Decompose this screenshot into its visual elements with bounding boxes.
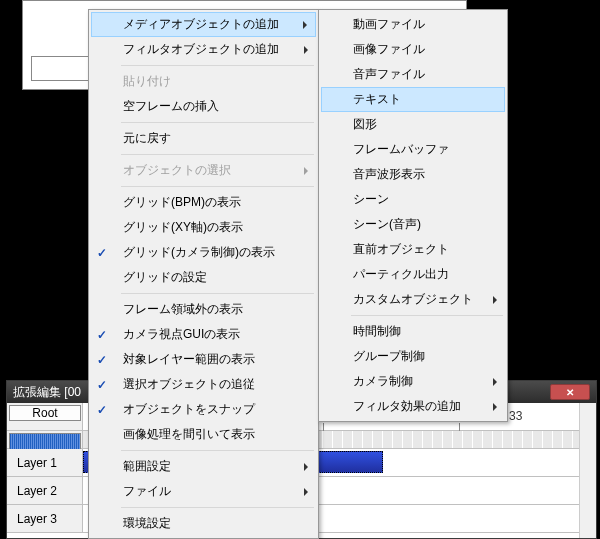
sub-menu-item[interactable]: フレームバッファ xyxy=(321,137,505,162)
sub-menu-item-label: 時間制御 xyxy=(353,323,401,340)
main-menu-item[interactable]: 画像処理を間引いて表示 xyxy=(91,422,316,447)
main-menu-item-label: フィルタオブジェクトの追加 xyxy=(123,41,279,58)
context-menu-main: メディアオブジェクトの追加フィルタオブジェクトの追加貼り付け空フレームの挿入元に… xyxy=(88,9,319,539)
main-menu-item-label: 選択オブジェクトの追従 xyxy=(123,376,255,393)
main-menu-item[interactable]: グリッド(XY軸)の表示 xyxy=(91,215,316,240)
sub-menu-item[interactable]: 時間制御 xyxy=(321,319,505,344)
main-menu-item-label: メディアオブジェクトの追加 xyxy=(123,16,279,33)
menu-separator xyxy=(351,315,503,316)
check-icon: ✓ xyxy=(97,328,111,342)
main-menu-item[interactable]: グリッド(カメラ制御)の表示✓ xyxy=(91,240,316,265)
main-menu-item[interactable]: ファイル xyxy=(91,479,316,504)
main-menu-item-label: 空フレームの挿入 xyxy=(123,98,219,115)
submenu-arrow-icon xyxy=(303,21,307,29)
main-menu-item[interactable]: グリッド(BPM)の表示 xyxy=(91,190,316,215)
submenu-arrow-icon xyxy=(304,488,308,496)
close-icon[interactable]: ✕ xyxy=(550,384,590,400)
main-menu-item-label: グリッドの設定 xyxy=(123,269,207,286)
check-icon: ✓ xyxy=(97,246,111,260)
main-menu-item[interactable]: フィルタオブジェクトの追加 xyxy=(91,37,316,62)
sub-menu-item-label: グループ制御 xyxy=(353,348,425,365)
sub-menu-item[interactable]: 動画ファイル xyxy=(321,12,505,37)
main-menu-item[interactable]: オブジェクトをスナップ✓ xyxy=(91,397,316,422)
main-menu-item[interactable]: メディアオブジェクトの追加 xyxy=(91,12,316,37)
submenu-arrow-icon xyxy=(304,46,308,54)
sub-menu-item-label: 音声波形表示 xyxy=(353,166,425,183)
sub-menu-item-label: シーン(音声) xyxy=(353,216,421,233)
sub-menu-item-label: シーン xyxy=(353,191,389,208)
menu-separator xyxy=(121,65,314,66)
main-menu-item[interactable]: 対象レイヤー範囲の表示✓ xyxy=(91,347,316,372)
main-menu-item-label: カメラ視点GUIの表示 xyxy=(123,326,240,343)
sub-menu-item-label: 画像ファイル xyxy=(353,41,425,58)
sub-menu-item[interactable]: カスタムオブジェクト xyxy=(321,287,505,312)
sub-menu-item-label: カスタムオブジェクト xyxy=(353,291,473,308)
main-menu-item-label: グリッド(BPM)の表示 xyxy=(123,194,241,211)
layer-label[interactable]: Layer 3 xyxy=(7,505,83,532)
sub-menu-item-label: 図形 xyxy=(353,116,377,133)
menu-separator xyxy=(121,293,314,294)
sub-menu-item[interactable]: 画像ファイル xyxy=(321,37,505,62)
main-menu-item[interactable]: 元に戻す xyxy=(91,126,316,151)
main-menu-item-label: フレーム領域外の表示 xyxy=(123,301,243,318)
sub-menu-item[interactable]: パーティクル出力 xyxy=(321,262,505,287)
sub-menu-item[interactable]: 音声ファイル xyxy=(321,62,505,87)
submenu-arrow-icon xyxy=(304,167,308,175)
main-menu-item-label: 元に戻す xyxy=(123,130,171,147)
main-menu-item[interactable]: 空フレームの挿入 xyxy=(91,94,316,119)
sub-menu-item[interactable]: 直前オブジェクト xyxy=(321,237,505,262)
layer-label[interactable]: Layer 1 xyxy=(7,449,83,476)
menu-separator xyxy=(121,122,314,123)
main-menu-item-label: 貼り付け xyxy=(123,73,171,90)
menu-separator xyxy=(121,154,314,155)
main-menu-item: 貼り付け xyxy=(91,69,316,94)
main-menu-item-label: 範囲設定 xyxy=(123,458,171,475)
scrollbar-vertical[interactable] xyxy=(579,403,596,538)
layer-label[interactable]: Layer 2 xyxy=(7,477,83,504)
submenu-arrow-icon xyxy=(493,296,497,304)
main-menu-item-label: ファイル xyxy=(123,483,171,500)
main-menu-item-label: オブジェクトの選択 xyxy=(123,162,231,179)
root-button[interactable]: Root xyxy=(9,405,81,421)
context-menu-sub: 動画ファイル画像ファイル音声ファイルテキスト図形フレームバッファ音声波形表示シー… xyxy=(318,9,508,422)
submenu-arrow-icon xyxy=(304,463,308,471)
sub-menu-item[interactable]: グループ制御 xyxy=(321,344,505,369)
submenu-arrow-icon xyxy=(493,403,497,411)
main-menu-item-label: グリッド(XY軸)の表示 xyxy=(123,219,243,236)
menu-separator xyxy=(121,186,314,187)
main-menu-item[interactable]: 範囲設定 xyxy=(91,454,316,479)
sub-menu-item-label: カメラ制御 xyxy=(353,373,413,390)
sub-menu-item[interactable]: 音声波形表示 xyxy=(321,162,505,187)
sub-menu-item[interactable]: テキスト xyxy=(321,87,505,112)
sub-menu-item[interactable]: シーン(音声) xyxy=(321,212,505,237)
menu-separator xyxy=(121,450,314,451)
menu-separator xyxy=(121,507,314,508)
background-inner xyxy=(31,56,91,81)
sub-menu-item[interactable]: シーン xyxy=(321,187,505,212)
main-menu-item: オブジェクトの選択 xyxy=(91,158,316,183)
sub-menu-item-label: テキスト xyxy=(353,91,401,108)
timeline-title-text: 拡張編集 [00 xyxy=(13,384,81,401)
main-menu-item-label: 環境設定 xyxy=(123,515,171,532)
main-menu-item-label: 画像処理を間引いて表示 xyxy=(123,426,255,443)
sub-menu-item-label: 直前オブジェクト xyxy=(353,241,449,258)
main-menu-item[interactable]: グリッドの設定 xyxy=(91,265,316,290)
main-menu-item[interactable]: 環境設定 xyxy=(91,511,316,536)
submenu-arrow-icon xyxy=(493,378,497,386)
sub-menu-item[interactable]: カメラ制御 xyxy=(321,369,505,394)
sub-menu-item[interactable]: 図形 xyxy=(321,112,505,137)
sub-menu-item-label: フレームバッファ xyxy=(353,141,449,158)
main-menu-item-label: グリッド(カメラ制御)の表示 xyxy=(123,244,275,261)
sub-menu-item-label: 動画ファイル xyxy=(353,16,425,33)
sub-menu-item-label: 音声ファイル xyxy=(353,66,425,83)
check-icon: ✓ xyxy=(97,378,111,392)
main-menu-item-label: オブジェクトをスナップ xyxy=(123,401,255,418)
main-menu-item-label: 対象レイヤー範囲の表示 xyxy=(123,351,255,368)
sub-menu-item-label: パーティクル出力 xyxy=(353,266,449,283)
check-icon: ✓ xyxy=(97,403,111,417)
sub-menu-item-label: フィルタ効果の追加 xyxy=(353,398,461,415)
main-menu-item[interactable]: カメラ視点GUIの表示✓ xyxy=(91,322,316,347)
sub-menu-item[interactable]: フィルタ効果の追加 xyxy=(321,394,505,419)
main-menu-item[interactable]: 選択オブジェクトの追従✓ xyxy=(91,372,316,397)
main-menu-item[interactable]: フレーム領域外の表示 xyxy=(91,297,316,322)
